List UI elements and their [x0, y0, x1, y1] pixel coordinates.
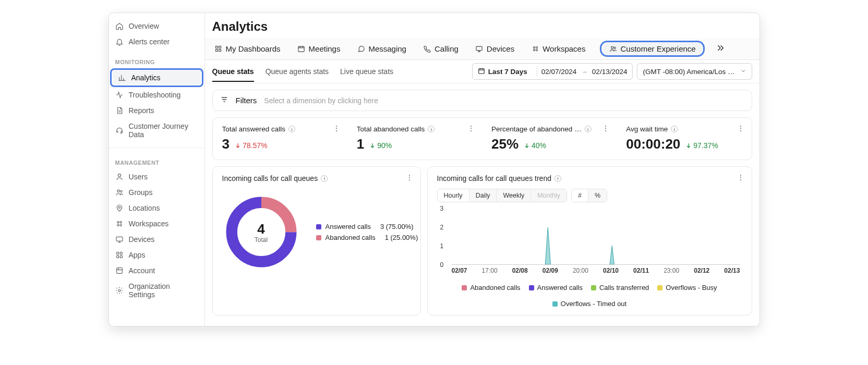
donut-total-value: 4 — [257, 221, 264, 237]
sidebar-item-workspaces[interactable]: Workspaces — [109, 216, 204, 232]
date-range-picker[interactable]: Last 7 Days 02/07/2024 → 02/13/2024 — [472, 63, 633, 80]
sidebar-item-label: Apps — [129, 251, 146, 259]
svg-point-3 — [118, 206, 120, 208]
user-icon — [115, 173, 124, 181]
sidebar-item-apps[interactable]: Apps — [109, 247, 204, 263]
activity-icon — [115, 91, 124, 99]
filter-placeholder: Select a dimension by clicking here — [264, 96, 378, 105]
value-seg-count[interactable]: # — [572, 189, 588, 202]
sidebar-item-overview[interactable]: Overview — [109, 18, 204, 34]
sidebar-item-organization-settings[interactable]: Organization Settings — [109, 278, 204, 302]
info-icon[interactable]: i — [585, 126, 592, 132]
subtab-queue-stats[interactable]: Queue stats — [212, 61, 254, 82]
sidebar-item-groups[interactable]: Groups — [109, 185, 204, 200]
tab-customer-experience[interactable]: Customer Experience — [600, 41, 704, 57]
device-icon — [115, 235, 124, 244]
info-icon[interactable]: i — [671, 126, 678, 132]
chevron-down-icon — [740, 68, 746, 76]
info-icon[interactable]: i — [428, 126, 435, 132]
sidebar-item-label: Alerts center — [129, 38, 170, 46]
tab-messaging[interactable]: Messaging — [355, 38, 408, 59]
kpi-menu-icon[interactable]: ⋮ — [602, 124, 609, 132]
timezone-picker[interactable]: (GMT -08:00) America/Los … — [637, 63, 752, 80]
filter-icon — [220, 95, 228, 105]
info-icon[interactable]: i — [321, 175, 328, 182]
tabs-overflow-icon[interactable] — [714, 42, 727, 56]
sidebar-section-monitoring: MONITORING — [109, 50, 204, 68]
tab-meetings[interactable]: Meetings — [295, 38, 343, 59]
legend-label: Answered calls — [326, 223, 371, 230]
trend-legend-item: Abandoned calls — [462, 284, 520, 291]
svg-rect-8 — [116, 237, 123, 241]
kpi-title: Percentage of abandoned … i — [491, 125, 607, 133]
pin-icon — [115, 204, 124, 212]
sidebar-item-users[interactable]: Users — [109, 169, 204, 185]
tab-label: Messaging — [368, 44, 406, 53]
kpi-card: Percentage of abandoned … i⋮25%40% — [482, 118, 617, 160]
card-menu-icon[interactable]: ⋮ — [737, 173, 744, 181]
y-tick: 3 — [440, 205, 444, 212]
card-trend: Incoming calls for call queues trend i ⋮… — [427, 166, 752, 315]
users-icon — [115, 188, 124, 197]
sidebar-item-label: Groups — [129, 188, 153, 197]
info-icon[interactable]: i — [288, 126, 295, 132]
sidebar-item-devices[interactable]: Devices — [109, 232, 204, 247]
kpi-delta: 40% — [524, 141, 546, 150]
sidebar-item-label: Account — [129, 266, 155, 275]
svg-marker-30 — [545, 227, 550, 264]
svg-point-26 — [614, 47, 616, 48]
svg-point-7 — [120, 224, 122, 226]
sidebar-item-analytics[interactable]: Analytics — [110, 68, 203, 87]
svg-point-21 — [533, 46, 535, 48]
trend-legend-item: Overflows - Timed out — [552, 300, 626, 308]
svg-point-25 — [611, 46, 613, 48]
x-tick: 02/09 — [542, 267, 558, 274]
sidebar-item-label: Troubleshooting — [129, 91, 181, 99]
subtab-queue-agents-stats[interactable]: Queue agents stats — [266, 61, 329, 82]
sidebar-item-customer-journey-data[interactable]: Customer Journey Data — [109, 118, 204, 142]
swatch-purple-icon — [529, 285, 534, 290]
time-granularity-group: HourlyDailyWeeklyMonthly — [437, 189, 567, 202]
tab-devices[interactable]: Devices — [473, 38, 516, 59]
y-tick: 0 — [440, 261, 444, 269]
tab-label: My Dashboards — [226, 44, 281, 53]
sidebar-item-alerts-center[interactable]: Alerts center — [109, 34, 204, 50]
x-tick: 02/07 — [452, 267, 467, 274]
card-menu-icon[interactable]: ⋮ — [406, 173, 413, 181]
kpi-menu-icon[interactable]: ⋮ — [467, 124, 475, 132]
time-seg-weekly[interactable]: Weekly — [496, 189, 531, 202]
page-title: Analytics — [205, 13, 760, 38]
subtab-row: Queue statsQueue agents statsLive queue … — [205, 60, 760, 83]
kpi-menu-icon[interactable]: ⋮ — [333, 124, 340, 132]
kpi-menu-icon[interactable]: ⋮ — [737, 124, 744, 132]
time-seg-daily[interactable]: Daily — [469, 189, 497, 202]
legend-label: Overflows - Timed out — [561, 300, 626, 308]
sidebar-item-account[interactable]: Account — [109, 263, 204, 278]
sidebar-item-label: Users — [129, 173, 148, 181]
analytics-icon — [118, 74, 126, 82]
sidebar-item-troubleshooting[interactable]: Troubleshooting — [109, 87, 204, 103]
svg-point-14 — [118, 289, 120, 291]
value-seg-percent[interactable]: % — [588, 189, 607, 202]
svg-rect-10 — [120, 252, 122, 254]
tab-workspaces[interactable]: Workspaces — [529, 38, 587, 59]
chat-icon — [357, 45, 365, 53]
sidebar-item-reports[interactable]: Reports — [109, 103, 204, 118]
swatch-pink-icon — [316, 235, 321, 240]
time-seg-hourly[interactable]: Hourly — [438, 189, 469, 202]
subtab-live-queue-stats[interactable]: Live queue stats — [340, 61, 393, 82]
filter-bar[interactable]: Filters Select a dimension by clicking h… — [212, 90, 752, 111]
kpi-card: Avg wait time i⋮00:00:2097.37% — [617, 118, 751, 160]
tab-my-dashboards[interactable]: My Dashboards — [212, 38, 283, 59]
info-icon[interactable]: i — [554, 175, 561, 182]
kpi-delta: 90% — [369, 141, 392, 150]
svg-rect-9 — [116, 252, 118, 254]
tab-calling[interactable]: Calling — [421, 38, 461, 59]
sidebar-item-label: Locations — [129, 204, 160, 212]
trend-title-text: Incoming calls for call queues trend — [437, 174, 551, 182]
timezone-value: (GMT -08:00) America/Los … — [643, 68, 734, 76]
chart-row: Incoming calls for call queues i ⋮ 4 — [212, 166, 752, 315]
sidebar-item-locations[interactable]: Locations — [109, 200, 204, 216]
svg-rect-13 — [116, 268, 122, 274]
svg-point-2 — [120, 190, 122, 192]
